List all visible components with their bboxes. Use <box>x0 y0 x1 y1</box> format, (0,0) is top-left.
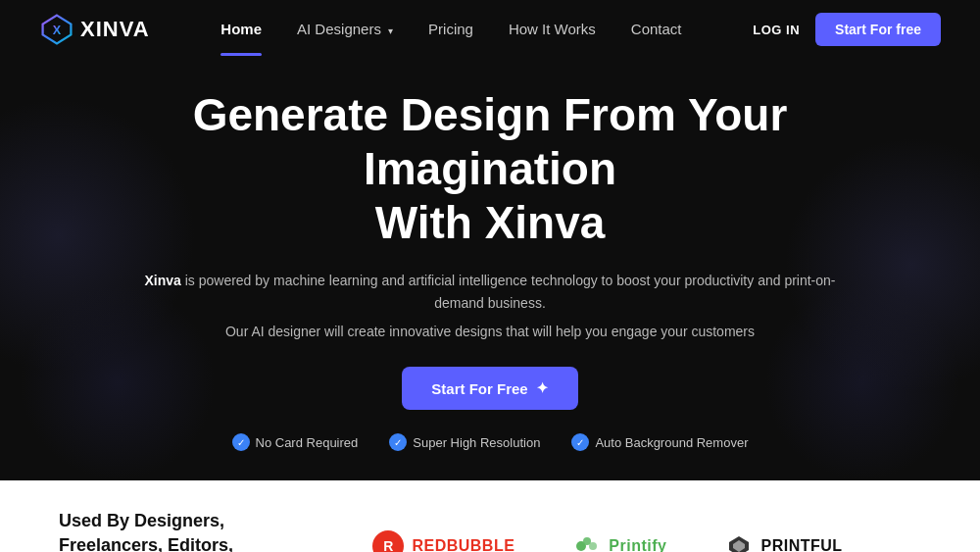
hero-subtitle: Xinva is powered by machine learning and… <box>137 270 843 314</box>
start-free-hero-button[interactable]: Start For Free ✦ <box>402 367 577 410</box>
svg-point-4 <box>589 542 597 550</box>
nav-links: Home AI Designers ▾ Pricing How It Works… <box>220 21 681 38</box>
bottom-title: Used By Designers, Freelancers, Editors,… <box>59 509 255 552</box>
svg-text:X: X <box>53 24 62 37</box>
login-button[interactable]: LOG IN <box>753 23 800 37</box>
hero-badges: ✓ No Card Required ✓ Super High Resoluti… <box>137 433 843 451</box>
brand-printful: PRINTFUL <box>725 532 842 553</box>
nav-item-contact[interactable]: Contact <box>631 21 682 38</box>
printify-icon <box>573 532 601 553</box>
brand-printify: Printify <box>573 532 666 553</box>
navbar: X XINVA Home AI Designers ▾ Pricing How … <box>0 0 980 59</box>
bottom-section: Used By Designers, Freelancers, Editors,… <box>0 480 980 552</box>
redbubble-label: REDBUBBLE <box>412 537 514 553</box>
badge-no-card: ✓ No Card Required <box>232 433 359 451</box>
hero-section: Generate Design From Your Imagination Wi… <box>0 59 980 480</box>
nav-item-home[interactable]: Home <box>220 21 262 38</box>
nav-right: LOG IN Start For free <box>753 13 941 46</box>
hero-content: Generate Design From Your Imagination Wi… <box>137 88 843 451</box>
brands-list: R REDBUBBLE Printify PRINTFUL <box>294 530 921 553</box>
nav-item-how-it-works[interactable]: How It Works <box>509 21 596 38</box>
dropdown-arrow-icon: ▾ <box>388 25 393 36</box>
badge-high-resolution: ✓ Super High Resolution <box>389 433 540 451</box>
nav-item-pricing[interactable]: Pricing <box>428 21 473 38</box>
nav-item-ai-designers[interactable]: AI Designers ▾ <box>297 21 393 38</box>
check-icon-3: ✓ <box>571 433 589 451</box>
start-free-nav-button[interactable]: Start For free <box>815 13 941 46</box>
printful-icon <box>725 532 753 553</box>
redbubble-icon: R <box>372 530 404 553</box>
hero-description: Our AI designer will create innovative d… <box>137 324 843 339</box>
badge-background-remover: ✓ Auto Background Remover <box>571 433 748 451</box>
brand-redbubble: R REDBUBBLE <box>372 530 514 553</box>
star-icon: ✦ <box>536 379 549 397</box>
printify-label: Printify <box>609 537 666 553</box>
printful-label: PRINTFUL <box>760 537 842 553</box>
logo[interactable]: X XINVA <box>39 12 150 47</box>
check-icon-1: ✓ <box>232 433 250 451</box>
logo-text: XINVA <box>80 17 150 42</box>
check-icon-2: ✓ <box>389 433 407 451</box>
hero-title: Generate Design From Your Imagination Wi… <box>137 88 843 251</box>
